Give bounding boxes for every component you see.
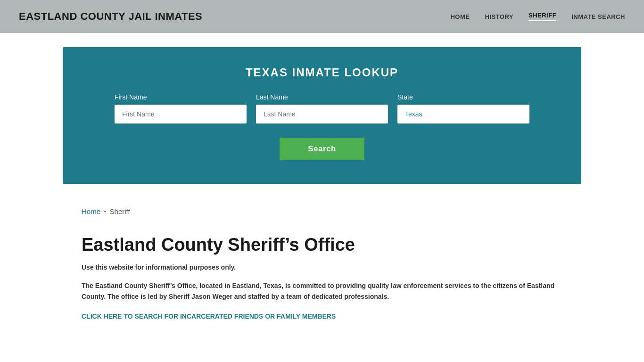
site-title: EASTLAND COUNTY JAIL INMATES: [19, 10, 202, 23]
page-description: The Eastland County Sheriff’s Office, lo…: [82, 280, 562, 303]
search-button[interactable]: Search: [280, 138, 364, 160]
site-nav: HOME HISTORY SHERIFF INMATE SEARCH: [450, 12, 625, 21]
state-group: State: [397, 93, 529, 123]
last-name-input[interactable]: [256, 105, 388, 123]
main-content: Home • Sheriff Eastland County Sheriff’s…: [63, 198, 581, 339]
page-subtitle: Use this website for informational purpo…: [82, 263, 562, 271]
nav-sheriff[interactable]: SHERIFF: [528, 12, 556, 21]
cta-link[interactable]: CLICK HERE to Search for Incarcerated Fr…: [82, 313, 336, 320]
search-section: TEXAS INMATE LOOKUP First Name Last Name…: [63, 47, 581, 184]
search-fields-row: First Name Last Name State: [91, 93, 553, 123]
last-name-label: Last Name: [256, 93, 388, 101]
first-name-label: First Name: [115, 93, 247, 101]
first-name-group: First Name: [115, 93, 247, 123]
last-name-group: Last Name: [256, 93, 388, 123]
first-name-input[interactable]: [115, 105, 247, 123]
search-section-title: TEXAS INMATE LOOKUP: [91, 66, 553, 79]
nav-home[interactable]: HOME: [450, 13, 470, 20]
state-label: State: [397, 93, 529, 101]
nav-history[interactable]: HISTORY: [485, 13, 513, 20]
search-btn-wrapper: Search: [91, 138, 553, 160]
breadcrumb-separator: •: [104, 209, 106, 214]
breadcrumb-current: Sheriff: [110, 207, 130, 215]
nav-inmate-search[interactable]: INMATE SEARCH: [571, 13, 625, 20]
page-title: Eastland County Sheriff’s Office: [82, 234, 562, 256]
breadcrumb-home-link[interactable]: Home: [82, 207, 100, 215]
state-input[interactable]: [397, 105, 529, 123]
breadcrumb: Home • Sheriff: [82, 207, 562, 215]
site-header: EASTLAND COUNTY JAIL INMATES HOME HISTOR…: [0, 0, 644, 33]
